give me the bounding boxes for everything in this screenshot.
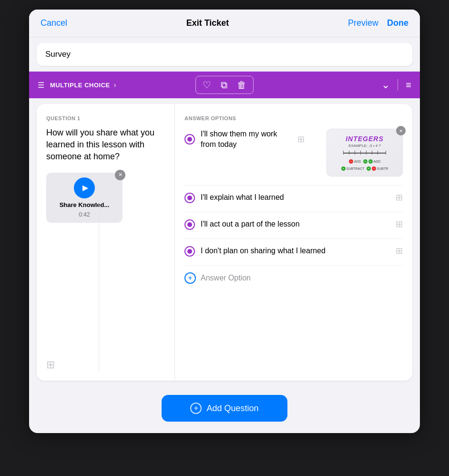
tick-6 xyxy=(378,151,378,155)
tick-4 xyxy=(366,151,367,155)
radio-dot-3 xyxy=(187,222,192,227)
tick-3 xyxy=(360,151,361,155)
answer-option-1: I'll show them my work from today ⊞ ✕ IN… xyxy=(184,129,403,176)
survey-input-row xyxy=(29,37,420,72)
question-text: How will you share what you learned in t… xyxy=(46,127,165,163)
chevron-down-icon: ⌄ xyxy=(381,79,390,91)
plus-circle-4: + xyxy=(367,166,371,171)
add-label-2: ADD xyxy=(374,160,381,163)
separator-1 xyxy=(184,185,403,186)
vertical-divider xyxy=(99,185,99,371)
play-button[interactable]: ▶ xyxy=(74,177,95,198)
add-option-circle-icon: + xyxy=(184,272,196,284)
survey-title-input[interactable] xyxy=(37,43,412,66)
radio-dot-4 xyxy=(187,249,192,254)
done-button[interactable]: Done xyxy=(387,18,408,28)
toolbar-actions: ♡ ⧉ 🗑 xyxy=(195,76,254,94)
play-icon: ▶ xyxy=(82,183,88,192)
chevron-right-icon[interactable]: › xyxy=(114,81,116,89)
add-question-row: + Add Question xyxy=(29,386,420,433)
copy-button[interactable]: ⧉ xyxy=(221,80,227,91)
answer-options-label: ANSWER OPTIONS xyxy=(184,115,403,121)
toolbar-right: ⌄ ≡ xyxy=(254,79,411,91)
add-answer-label: Answer Option xyxy=(201,274,251,282)
integers-image-title: INTEGERS xyxy=(346,135,384,143)
radio-1[interactable] xyxy=(184,134,195,145)
separator-2 xyxy=(184,212,403,212)
minus-circle: − xyxy=(349,159,353,164)
list-icon: ☰ xyxy=(38,81,44,90)
toolbar-divider xyxy=(398,79,398,91)
number-line xyxy=(343,150,386,156)
radio-2[interactable] xyxy=(184,193,195,203)
add-question-button[interactable]: + Add Question xyxy=(162,395,287,422)
answer-1-image: ✕ INTEGERS EXAMPLE: -3 • 4 ? xyxy=(327,129,403,176)
tick-5 xyxy=(372,151,372,155)
add-question-plus-icon: + xyxy=(190,403,202,414)
plus-circle-3: + xyxy=(341,166,346,171)
answer-option-4: I don't plan on sharing what I learned ⊞ xyxy=(184,246,403,257)
answer-text-4: I don't plan on sharing what I learned xyxy=(201,246,390,256)
number-line-bar xyxy=(343,153,386,154)
radio-4[interactable] xyxy=(184,246,195,257)
integers-image-subtitle: EXAMPLE: -3 • 4 ? xyxy=(348,144,381,148)
tick-2 xyxy=(355,151,355,155)
video-attachment: ✕ ▶ Share Knowled... 0:42 xyxy=(46,173,122,223)
answer-text-1: I'll show them my work from today xyxy=(201,129,292,149)
question-type-label: MULTIPLE CHOICE xyxy=(50,82,110,89)
add-label: ADD xyxy=(354,160,361,163)
video-title: Share Knowled... xyxy=(60,201,110,208)
minus-circle-2: − xyxy=(372,166,376,171)
integers-image: INTEGERS EXAMPLE: -3 • 4 ? xyxy=(327,129,403,176)
question-card: QUESTION 1 How will you share what you l… xyxy=(37,104,412,381)
subtract-label: SUBTRACT xyxy=(347,167,365,170)
tick-1 xyxy=(349,151,349,155)
copy-icon: ⧉ xyxy=(221,80,227,91)
favorite-button[interactable]: ♡ xyxy=(203,79,211,91)
cancel-button[interactable]: Cancel xyxy=(41,18,67,28)
attach-image-3-button[interactable]: ⊞ xyxy=(396,219,403,229)
header: Cancel Exit Ticket Preview Done xyxy=(29,10,420,37)
answer-text-2: I'll explain what I learned xyxy=(201,192,390,203)
add-op-2: + SUBTRACT xyxy=(341,166,365,171)
separator-4 xyxy=(184,265,403,266)
remove-image-1-button[interactable]: ✕ xyxy=(396,126,406,135)
question-panel: QUESTION 1 How will you share what you l… xyxy=(37,104,175,381)
plus-circle-1: + xyxy=(363,159,367,164)
toolbar-left: ☰ MULTIPLE CHOICE › xyxy=(38,81,195,90)
radio-3[interactable] xyxy=(184,219,195,230)
question-type-toolbar: ☰ MULTIPLE CHOICE › ♡ ⧉ 🗑 ⌄ ≡ xyxy=(29,72,420,98)
collapse-button[interactable]: ⌄ xyxy=(381,79,390,91)
video-remove-button[interactable]: ✕ xyxy=(115,170,125,180)
answer-text-3: I'll act out a part of the lesson xyxy=(201,219,390,229)
video-inner: ▶ Share Knowled... 0:42 xyxy=(51,177,118,218)
subtract-op-2: + − SUBTR xyxy=(367,166,388,171)
hamburger-icon: ≡ xyxy=(406,80,411,91)
trash-icon: 🗑 xyxy=(237,80,246,91)
add-op: + + ADD xyxy=(363,159,381,164)
header-actions: Preview Done xyxy=(348,18,408,28)
add-question-label: Add Question xyxy=(206,404,258,414)
add-answer-option-button[interactable]: + Answer Option xyxy=(184,272,403,284)
preview-button[interactable]: Preview xyxy=(348,18,378,28)
attach-image-2-button[interactable]: ⊞ xyxy=(396,192,403,203)
radio-dot-1 xyxy=(187,137,192,142)
delete-button[interactable]: 🗑 xyxy=(237,80,246,91)
page-title: Exit Ticket xyxy=(186,18,229,28)
question-number-label: QUESTION 1 xyxy=(46,115,165,121)
answer-option-2: I'll explain what I learned ⊞ xyxy=(184,192,403,203)
integers-operations: − ADD + + ADD xyxy=(349,159,381,164)
video-duration: 0:42 xyxy=(79,211,90,218)
attach-image-1-button[interactable]: ⊞ xyxy=(297,134,305,145)
subtract-op: − ADD xyxy=(349,159,361,164)
plus-circle-2: + xyxy=(368,159,373,164)
attach-image-4-button[interactable]: ⊞ xyxy=(396,246,403,256)
answer-option-3: I'll act out a part of the lesson ⊞ xyxy=(184,219,403,230)
separator-3 xyxy=(184,238,403,239)
integers-operations-2: + SUBTRACT + − SUBTR xyxy=(341,166,388,171)
answers-panel: ANSWER OPTIONS I'll show them my work fr… xyxy=(175,104,412,381)
add-media-icon[interactable]: ⊞ xyxy=(46,359,55,371)
heart-icon: ♡ xyxy=(203,79,211,91)
subtract-label-2: SUBTR xyxy=(377,167,388,170)
menu-button[interactable]: ≡ xyxy=(406,80,411,91)
